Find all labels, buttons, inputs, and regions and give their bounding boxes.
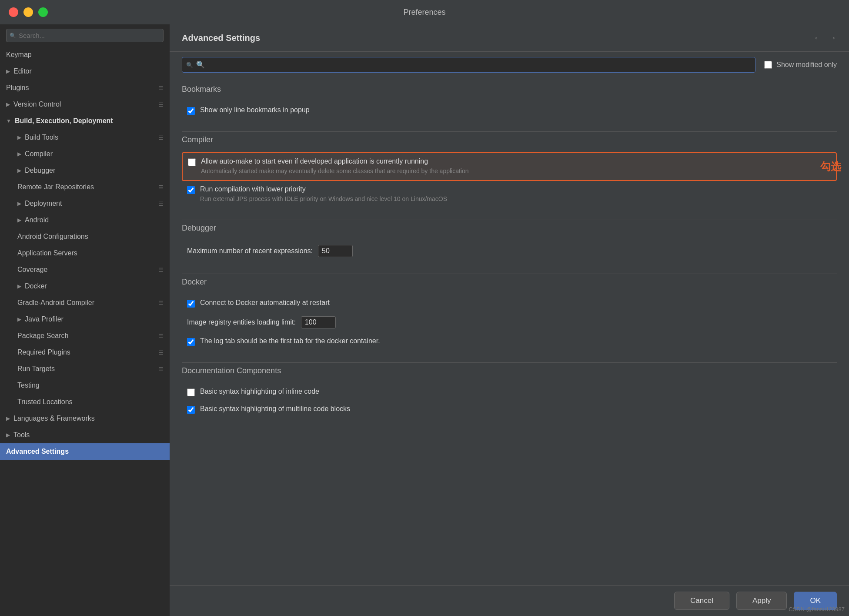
max-recent-expressions-label: Maximum number of recent expressions: (187, 247, 313, 255)
show-modified-label: Show modified only (776, 61, 837, 69)
sidebar-item-label: Build Tools (25, 134, 58, 141)
window-title: Preferences (403, 8, 445, 17)
show-line-bookmarks-checkbox[interactable] (187, 107, 195, 115)
sidebar-item-languages[interactable]: ▶ Languages & Frameworks (0, 410, 170, 427)
sidebar-item-debugger[interactable]: ▶ Debugger (0, 162, 170, 179)
sidebar: Keymap ▶ Editor Plugins ☰ ▶ Version Cont… (0, 24, 170, 616)
sidebar-item-trusted-locations[interactable]: Trusted Locations (0, 394, 170, 410)
sidebar-item-gradle-android[interactable]: Gradle-Android Compiler ☰ (0, 295, 170, 311)
setting-run-compilation: Run compilation with lower priority Run … (182, 181, 837, 208)
sidebar-item-label: Remote Jar Repositories (17, 183, 94, 191)
sidebar-item-label: Debugger (25, 167, 55, 174)
sidebar-item-remote-jar[interactable]: Remote Jar Repositories ☰ (0, 179, 170, 195)
show-modified-checkbox[interactable] (764, 61, 772, 69)
sidebar-item-testing[interactable]: Testing (0, 377, 170, 394)
sidebar-item-compiler[interactable]: ▶ Compiler (0, 146, 170, 162)
max-recent-expressions-input[interactable] (318, 245, 353, 257)
sidebar-item-tools[interactable]: ▶ Tools (0, 427, 170, 443)
section-documentation: Documentation Components Basic syntax hi… (182, 366, 837, 418)
content-search-wrap (182, 57, 755, 73)
chevron-icon: ▶ (17, 151, 21, 157)
sidebar-item-advanced-settings[interactable]: Advanced Settings (0, 443, 170, 460)
sidebar-item-label: Testing (17, 382, 40, 389)
run-compilation-desc: Run external JPS process with IDLE prior… (200, 195, 447, 204)
sidebar-item-keymap[interactable]: Keymap (0, 47, 170, 63)
allow-auto-make-wrapper: Allow auto-make to start even if develop… (182, 152, 837, 181)
apply-button[interactable]: Apply (736, 592, 787, 610)
minimize-button[interactable] (23, 7, 33, 17)
section-title-compiler: Compiler (182, 135, 837, 146)
sidebar-item-plugins[interactable]: Plugins ☰ (0, 80, 170, 96)
forward-arrow-icon[interactable]: → (827, 32, 837, 44)
sidebar-item-required-plugins[interactable]: Required Plugins ☰ (0, 344, 170, 361)
content-search-input[interactable] (182, 57, 755, 73)
section-bookmarks: Bookmarks Show only line bookmarks in po… (182, 85, 837, 119)
sidebar-item-build-execution[interactable]: ▼ Build, Execution, Deployment (0, 113, 170, 129)
connect-docker-checkbox[interactable] (187, 300, 195, 308)
footer: Cancel Apply OK (170, 585, 849, 616)
content-header: Advanced Settings ← → (170, 24, 849, 52)
sidebar-item-label: Build, Execution, Deployment (15, 117, 113, 125)
grid-icon: ☰ (158, 85, 164, 91)
grid-icon: ☰ (158, 267, 164, 273)
sidebar-item-label: Keymap (6, 51, 32, 59)
sidebar-item-java-profiler[interactable]: ▶ Java Profiler (0, 311, 170, 328)
sidebar-item-android-configs[interactable]: Android Configurations (0, 228, 170, 245)
allow-auto-make-label-group: Allow auto-make to start even if develop… (201, 157, 469, 176)
sidebar-item-run-targets[interactable]: Run Targets ☰ (0, 361, 170, 377)
basic-syntax-inline-label-group: Basic syntax highlighting of inline code (200, 388, 319, 395)
sidebar-item-label: Advanced Settings (6, 448, 69, 455)
sidebar-item-android[interactable]: ▶ Android (0, 212, 170, 228)
sidebar-item-application-servers[interactable]: Application Servers (0, 245, 170, 261)
watermark: CSDN @fansu123987 (789, 606, 845, 613)
section-title-docker: Docker (182, 278, 837, 288)
sidebar-item-label: Docker (25, 282, 47, 290)
annotation-gou-xuan: 勾选 (820, 160, 841, 174)
grid-icon: ☰ (158, 201, 164, 207)
nav-arrows: ← → (813, 32, 837, 44)
sidebar-item-label: Java Profiler (25, 315, 64, 323)
close-button[interactable] (9, 7, 18, 17)
allow-auto-make-checkbox[interactable] (188, 158, 196, 166)
sidebar-item-label: Run Targets (17, 365, 55, 373)
maximize-button[interactable] (38, 7, 48, 17)
basic-syntax-multiline-label-group: Basic syntax highlighting of multiline c… (200, 405, 350, 413)
chevron-icon: ▶ (17, 201, 21, 207)
basic-syntax-multiline-checkbox[interactable] (187, 406, 195, 414)
sidebar-item-label: Version Control (13, 100, 61, 108)
chevron-icon: ▶ (6, 68, 10, 74)
sidebar-item-editor[interactable]: ▶ Editor (0, 63, 170, 80)
setting-connect-docker: Connect to Docker automatically at resta… (182, 295, 837, 312)
allow-auto-make-desc: Automatically started make may eventuall… (201, 167, 469, 176)
image-registry-input[interactable] (301, 316, 336, 328)
cancel-button[interactable]: Cancel (674, 592, 729, 610)
main-container: Keymap ▶ Editor Plugins ☰ ▶ Version Cont… (0, 24, 849, 616)
basic-syntax-inline-label: Basic syntax highlighting of inline code (200, 388, 319, 395)
sidebar-search-input[interactable] (6, 29, 164, 42)
chevron-down-icon: ▼ (6, 118, 11, 124)
sidebar-item-coverage[interactable]: Coverage ☰ (0, 261, 170, 278)
sidebar-item-label: Languages & Frameworks (13, 415, 95, 422)
sidebar-item-label: Required Plugins (17, 348, 70, 356)
sidebar-item-version-control[interactable]: ▶ Version Control ☰ (0, 96, 170, 113)
setting-image-registry: Image registry entities loading limit: (182, 312, 837, 333)
sidebar-item-docker[interactable]: ▶ Docker (0, 278, 170, 295)
sidebar-item-deployment[interactable]: ▶ Deployment ☰ (0, 195, 170, 212)
log-tab-checkbox[interactable] (187, 338, 195, 346)
chevron-icon: ▶ (17, 217, 21, 223)
divider-3 (182, 274, 837, 274)
sidebar-item-label: Gradle-Android Compiler (17, 299, 94, 307)
sidebar-item-package-search[interactable]: Package Search ☰ (0, 328, 170, 344)
show-line-bookmarks-label-group: Show only line bookmarks in popup (200, 106, 310, 114)
grid-icon: ☰ (158, 349, 164, 356)
grid-icon: ☰ (158, 184, 164, 191)
connect-docker-label: Connect to Docker automatically at resta… (200, 299, 330, 307)
run-compilation-checkbox[interactable] (187, 186, 195, 194)
back-arrow-icon[interactable]: ← (813, 32, 823, 44)
sidebar-item-build-tools[interactable]: ▶ Build Tools ☰ (0, 129, 170, 146)
section-debugger: Debugger Maximum number of recent expres… (182, 224, 837, 261)
basic-syntax-inline-checkbox[interactable] (187, 388, 195, 396)
grid-icon: ☰ (158, 101, 164, 108)
sidebar-item-label: Coverage (17, 266, 47, 274)
grid-icon: ☰ (158, 300, 164, 306)
